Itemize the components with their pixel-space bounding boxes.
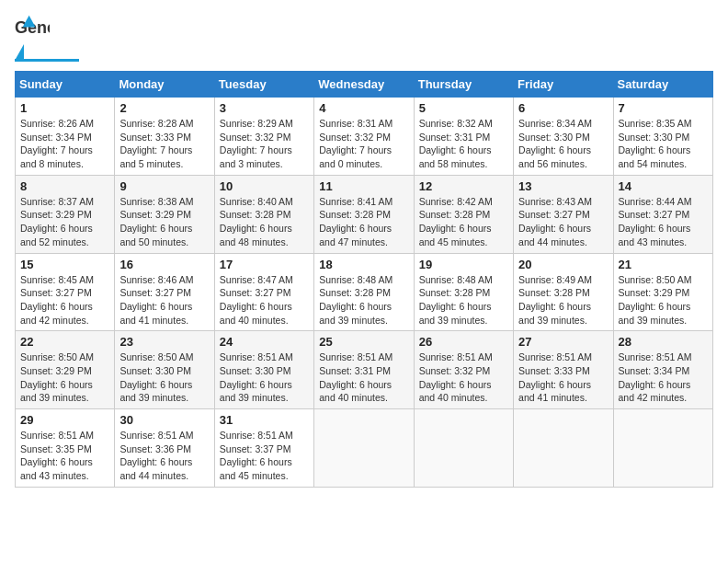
- sunrise-label: Sunrise:: [220, 430, 257, 441]
- day-info: Sunrise: 8:29 AM Sunset: 3:32 PM Dayligh…: [220, 117, 309, 171]
- daylight-label: Daylight: 7 hours and 5 minutes.: [119, 144, 192, 169]
- sunrise-time: 8:51 AM: [557, 351, 593, 362]
- day-info: Sunrise: 8:47 AM Sunset: 3:27 PM Dayligh…: [220, 273, 309, 327]
- sunset-label: Sunset:: [619, 132, 654, 143]
- daylight-label: Daylight: 6 hours and 43 minutes.: [619, 223, 691, 247]
- calendar-cell: 18 Sunrise: 8:48 AM Sunset: 3:28 PM Dayl…: [314, 253, 414, 331]
- sunset-time: 3:27 PM: [654, 209, 689, 220]
- sunrise-label: Sunrise:: [518, 351, 556, 362]
- sunrise-label: Sunrise:: [319, 196, 357, 207]
- sunset-time: 3:28 PM: [355, 287, 391, 298]
- calendar-cell: 6 Sunrise: 8:34 AM Sunset: 3:30 PM Dayli…: [514, 98, 613, 176]
- sunset-time: 3:28 PM: [355, 209, 391, 220]
- day-info: Sunrise: 8:51 AM Sunset: 3:33 PM Dayligh…: [518, 350, 608, 405]
- sunrise-label: Sunrise:: [220, 196, 257, 207]
- calendar-cell: 7 Sunrise: 8:35 AM Sunset: 3:30 PM Dayli…: [613, 98, 712, 176]
- sunset-time: 3:32 PM: [454, 365, 490, 376]
- day-number: 21: [619, 258, 708, 271]
- sunset-label: Sunset:: [319, 209, 355, 220]
- day-number: 31: [220, 413, 309, 427]
- sunrise-time: 8:50 AM: [58, 351, 94, 362]
- day-info: Sunrise: 8:48 AM Sunset: 3:28 PM Dayligh…: [419, 273, 508, 327]
- sunset-time: 3:35 PM: [56, 443, 92, 454]
- calendar-cell: 29 Sunrise: 8:51 AM Sunset: 3:35 PM Dayl…: [16, 409, 115, 488]
- sunrise-time: 8:29 AM: [257, 118, 293, 129]
- sunset-label: Sunset:: [518, 287, 554, 298]
- daylight-label: Daylight: 6 hours and 54 minutes.: [619, 144, 691, 169]
- sunrise-label: Sunrise:: [119, 274, 157, 285]
- day-info: Sunrise: 8:48 AM Sunset: 3:28 PM Dayligh…: [319, 273, 408, 327]
- sunrise-label: Sunrise:: [518, 196, 556, 207]
- calendar-header-sunday: Sunday: [16, 72, 115, 98]
- sunset-label: Sunset:: [119, 209, 155, 220]
- sunrise-time: 8:51 AM: [457, 351, 493, 362]
- calendar-cell: [613, 409, 712, 488]
- sunset-label: Sunset:: [20, 443, 56, 454]
- daylight-label: Daylight: 6 hours and 40 minutes.: [220, 301, 292, 326]
- sunrise-label: Sunrise:: [119, 430, 157, 441]
- sunset-label: Sunset:: [20, 365, 56, 376]
- sunrise-time: 8:40 AM: [257, 196, 293, 207]
- day-info: Sunrise: 8:41 AM Sunset: 3:28 PM Dayligh…: [319, 195, 408, 249]
- daylight-label: Daylight: 6 hours and 39 minutes.: [220, 379, 292, 404]
- day-number: 2: [119, 101, 209, 115]
- day-info: Sunrise: 8:51 AM Sunset: 3:30 PM Dayligh…: [220, 350, 309, 405]
- day-info: Sunrise: 8:51 AM Sunset: 3:32 PM Dayligh…: [419, 350, 508, 405]
- sunrise-label: Sunrise:: [619, 351, 656, 362]
- calendar-cell: 11 Sunrise: 8:41 AM Sunset: 3:28 PM Dayl…: [314, 175, 414, 253]
- sunset-time: 3:31 PM: [355, 365, 391, 376]
- day-info: Sunrise: 8:46 AM Sunset: 3:27 PM Dayligh…: [119, 273, 209, 327]
- sunset-label: Sunset:: [419, 287, 455, 298]
- sunrise-label: Sunrise:: [119, 351, 157, 362]
- day-info: Sunrise: 8:50 AM Sunset: 3:29 PM Dayligh…: [619, 273, 708, 327]
- calendar-cell: 28 Sunrise: 8:51 AM Sunset: 3:34 PM Dayl…: [613, 331, 712, 409]
- calendar-cell: 3 Sunrise: 8:29 AM Sunset: 3:32 PM Dayli…: [214, 98, 313, 176]
- sunrise-time: 8:41 AM: [358, 196, 393, 207]
- day-number: 7: [619, 101, 708, 115]
- day-number: 17: [220, 258, 309, 271]
- sunrise-label: Sunrise:: [20, 351, 58, 362]
- sunrise-label: Sunrise:: [619, 274, 656, 285]
- sunrise-label: Sunrise:: [319, 351, 357, 362]
- sunset-time: 3:28 PM: [255, 209, 290, 220]
- day-number: 12: [419, 179, 508, 193]
- sunset-time: 3:28 PM: [454, 287, 490, 298]
- day-info: Sunrise: 8:34 AM Sunset: 3:30 PM Dayligh…: [518, 117, 608, 171]
- sunset-time: 3:29 PM: [155, 209, 191, 220]
- sunrise-label: Sunrise:: [220, 118, 257, 129]
- daylight-label: Daylight: 6 hours and 44 minutes.: [518, 223, 591, 247]
- day-info: Sunrise: 8:37 AM Sunset: 3:29 PM Dayligh…: [20, 195, 109, 249]
- sunrise-label: Sunrise:: [220, 351, 257, 362]
- calendar-header-friday: Friday: [514, 72, 613, 98]
- sunrise-time: 8:51 AM: [358, 351, 393, 362]
- sunset-label: Sunset:: [518, 365, 554, 376]
- calendar-cell: 20 Sunrise: 8:49 AM Sunset: 3:28 PM Dayl…: [514, 253, 613, 331]
- daylight-label: Daylight: 6 hours and 58 minutes.: [419, 144, 492, 169]
- sunset-label: Sunset:: [119, 365, 155, 376]
- sunset-label: Sunset:: [518, 209, 554, 220]
- day-number: 20: [518, 258, 608, 271]
- sunset-time: 3:36 PM: [155, 443, 191, 454]
- calendar-table: SundayMondayTuesdayWednesdayThursdayFrid…: [15, 71, 713, 488]
- day-number: 3: [220, 101, 309, 115]
- calendar-header-tuesday: Tuesday: [214, 72, 313, 98]
- sunset-label: Sunset:: [319, 365, 355, 376]
- sunrise-time: 8:51 AM: [257, 430, 293, 441]
- sunrise-time: 8:35 AM: [656, 118, 692, 129]
- calendar-cell: 1 Sunrise: 8:26 AM Sunset: 3:34 PM Dayli…: [16, 98, 115, 176]
- calendar-cell: 9 Sunrise: 8:38 AM Sunset: 3:29 PM Dayli…: [115, 175, 214, 253]
- sunrise-label: Sunrise:: [119, 196, 157, 207]
- calendar-week-row: 8 Sunrise: 8:37 AM Sunset: 3:29 PM Dayli…: [16, 175, 713, 253]
- day-number: 23: [119, 335, 209, 349]
- day-info: Sunrise: 8:35 AM Sunset: 3:30 PM Dayligh…: [619, 117, 708, 171]
- calendar-cell: 26 Sunrise: 8:51 AM Sunset: 3:32 PM Dayl…: [414, 331, 513, 409]
- calendar-cell: [514, 409, 613, 488]
- sunset-label: Sunset:: [419, 209, 455, 220]
- page-header: General: [15, 15, 713, 62]
- sunrise-label: Sunrise:: [119, 118, 157, 129]
- sunset-label: Sunset:: [319, 132, 355, 143]
- day-number: 30: [119, 413, 209, 427]
- logo-underline: [15, 59, 79, 62]
- sunset-label: Sunset:: [220, 443, 256, 454]
- daylight-label: Daylight: 6 hours and 39 minutes.: [419, 301, 492, 326]
